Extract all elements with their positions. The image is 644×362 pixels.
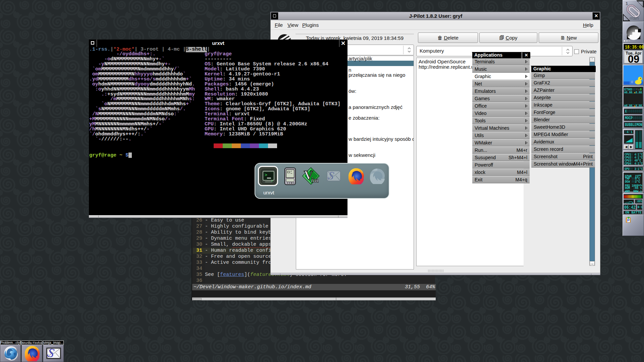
svg-text:>: > (265, 173, 267, 178)
svg-text:im: im (311, 176, 319, 184)
